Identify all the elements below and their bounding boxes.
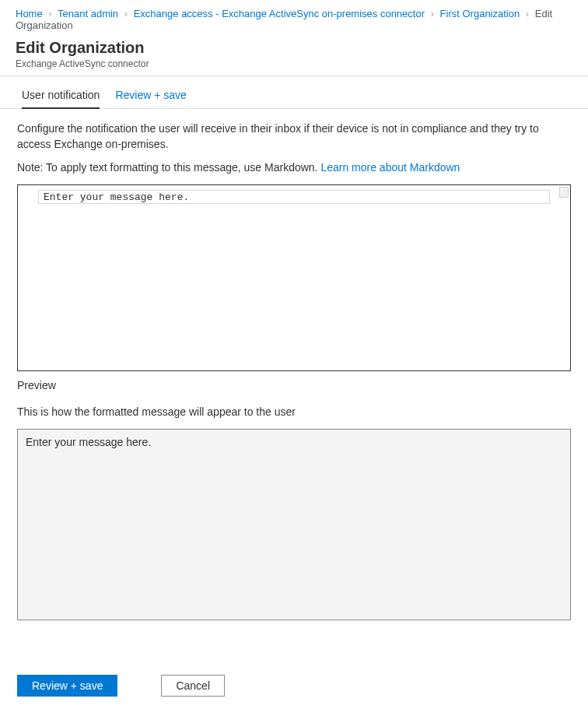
tab-review-save[interactable]: Review + save	[115, 89, 186, 109]
breadcrumb: Home › Tenant admin › Exchange access - …	[0, 0, 588, 37]
tabs: User notification Review + save	[0, 76, 588, 109]
breadcrumb-link-first-organization[interactable]: First Organization	[440, 8, 520, 19]
learn-more-markdown-link[interactable]: Learn more about Markdown	[320, 161, 460, 174]
tab-user-notification[interactable]: User notification	[22, 89, 100, 109]
chevron-right-icon: ›	[124, 8, 128, 19]
page-title: Edit Organization	[16, 39, 572, 57]
breadcrumb-link-home[interactable]: Home	[16, 8, 43, 19]
review-save-button[interactable]: Review + save	[17, 675, 117, 697]
message-editor-container: Enter your message here.	[17, 184, 571, 371]
note-text: Note: To apply text formatting to this m…	[17, 161, 571, 174]
preview-content: Enter your message here.	[26, 436, 151, 448]
scrollbar-corner	[559, 187, 569, 198]
page-header: Edit Organization Exchange ActiveSync co…	[0, 37, 588, 76]
preview-label: Preview	[17, 379, 571, 391]
note-prefix: Note: To apply text formatting to this m…	[17, 161, 320, 174]
chevron-right-icon: ›	[48, 8, 51, 19]
breadcrumb-link-exchange-access[interactable]: Exchange access - Exchange ActiveSync on…	[134, 8, 425, 19]
intro-text: Configure the notification the user will…	[17, 121, 571, 152]
chevron-right-icon: ›	[526, 8, 529, 19]
page-subtitle: Exchange ActiveSync connector	[16, 58, 572, 69]
message-editor[interactable]: Enter your message here.	[38, 190, 550, 204]
cancel-button[interactable]: Cancel	[161, 675, 225, 697]
chevron-right-icon: ›	[431, 8, 434, 19]
footer-actions: Review + save Cancel	[0, 665, 588, 709]
breadcrumb-link-tenant-admin[interactable]: Tenant admin	[58, 8, 118, 19]
content-area: Configure the notification the user will…	[0, 109, 588, 620]
preview-box: Enter your message here.	[17, 429, 571, 620]
preview-description: This is how the formatted message will a…	[17, 405, 571, 418]
